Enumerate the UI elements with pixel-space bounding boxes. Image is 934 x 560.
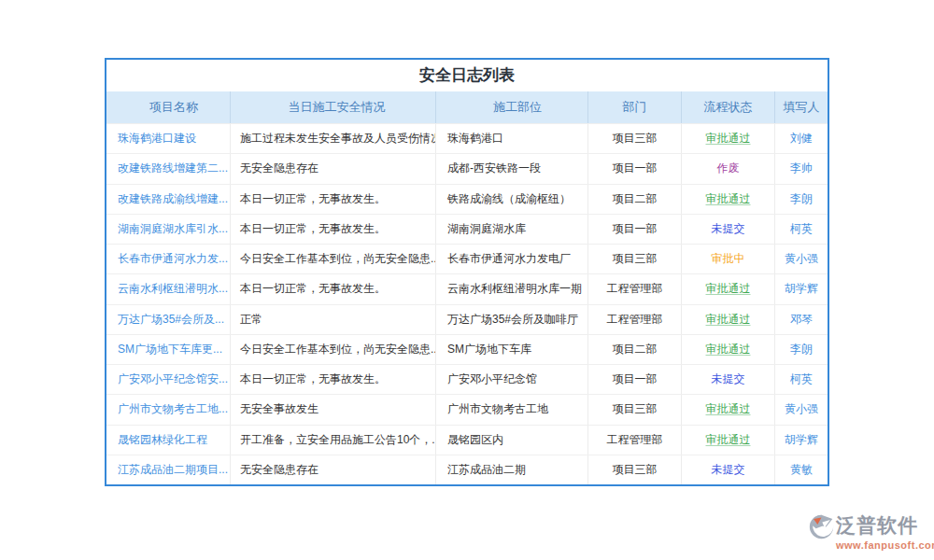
cell-writer[interactable]: 李朗 <box>775 185 828 214</box>
table-header-row: 项目名称当日施工安全情况施工部位部门流程状态填写人 <box>106 91 828 123</box>
cell-project[interactable]: 广州市文物考古工地... <box>106 395 231 424</box>
cell-writer[interactable]: 刘健 <box>775 124 828 153</box>
table-row: 晟铭园林绿化工程开工准备，立安全用品施工公告10个，...晟铭园区内工程管理部审… <box>106 425 828 455</box>
cell-writer[interactable]: 李朗 <box>775 335 828 364</box>
cell-project[interactable]: SM广场地下车库更... <box>106 335 231 364</box>
column-header-status: 流程状态 <box>682 91 775 123</box>
cell-location: 广州市文物考古工地 <box>436 395 588 424</box>
cell-writer[interactable]: 胡学辉 <box>775 274 828 303</box>
table-row: 长春市伊通河水力发...今日安全工作基本到位，尚无安全隐患...长春市伊通河水力… <box>106 244 828 273</box>
cell-safety: 本日一切正常，无事故发生。 <box>231 215 436 244</box>
brand-logo: 泛普软件 www.fanpusoft.com <box>809 512 934 551</box>
cell-project[interactable]: 万达广场35#会所及... <box>106 305 231 334</box>
cell-department: 项目一部 <box>588 365 682 394</box>
cell-project[interactable]: 云南水利枢纽潜明水... <box>106 274 231 303</box>
cell-status[interactable]: 审批通过 <box>682 274 775 303</box>
cell-project[interactable]: 广安邓小平纪念馆安... <box>106 365 231 394</box>
cell-project[interactable]: 湖南洞庭湖水库引水... <box>106 215 231 244</box>
table-body: 珠海鹤港口建设施工过程未发生安全事故及人员受伤情况珠海鹤港口项目三部审批通过刘健… <box>106 123 828 484</box>
cell-status[interactable]: 审批通过 <box>682 305 775 334</box>
cell-safety: 无安全隐患存在 <box>231 455 436 484</box>
table-row: 万达广场35#会所及...正常万达广场35#会所及咖啡厅工程管理部审批通过邓琴 <box>106 304 828 334</box>
cell-writer[interactable]: 黄小强 <box>775 395 828 424</box>
cell-status[interactable]: 未提交 <box>682 215 775 244</box>
page-title: 安全日志列表 <box>106 60 828 91</box>
table-row: 改建铁路成渝线增建...本日一切正常，无事故发生。铁路成渝线（成渝枢纽）项目二部… <box>106 184 828 214</box>
column-header-location: 施工部位 <box>436 91 588 123</box>
column-header-safety: 当日施工安全情况 <box>231 91 436 123</box>
cell-writer[interactable]: 柯英 <box>775 215 828 244</box>
cell-department: 项目二部 <box>588 335 682 364</box>
cell-department: 项目二部 <box>588 185 682 214</box>
cell-safety: 本日一切正常，无事故发生。 <box>231 274 436 303</box>
cell-department: 工程管理部 <box>588 305 682 334</box>
cell-location: 江苏成品油二期 <box>436 455 588 484</box>
cell-status[interactable]: 未提交 <box>682 455 775 484</box>
cell-location: 万达广场35#会所及咖啡厅 <box>436 305 588 334</box>
cell-status[interactable]: 审批通过 <box>682 426 775 455</box>
cell-project[interactable]: 改建铁路成渝线增建... <box>106 185 231 214</box>
cell-location: 湖南洞庭湖水库 <box>436 215 588 244</box>
brand-text-block: 泛普软件 www.fanpusoft.com <box>836 512 934 551</box>
cell-department: 工程管理部 <box>588 426 682 455</box>
table-row: 湖南洞庭湖水库引水...本日一切正常，无事故发生。湖南洞庭湖水库项目一部未提交柯… <box>106 214 828 244</box>
cell-location: 成都-西安铁路一段 <box>436 154 588 183</box>
table-row: 珠海鹤港口建设施工过程未发生安全事故及人员受伤情况珠海鹤港口项目三部审批通过刘健 <box>106 123 828 153</box>
cell-safety: 正常 <box>231 305 436 334</box>
cell-status[interactable]: 未提交 <box>682 365 775 394</box>
cell-status[interactable]: 审批通过 <box>682 124 775 153</box>
table-row: 广安邓小平纪念馆安...本日一切正常，无事故发生。广安邓小平纪念馆项目一部未提交… <box>106 364 828 394</box>
cell-department: 项目三部 <box>588 245 682 273</box>
cell-location: 云南水利枢纽潜明水库一期 <box>436 274 588 303</box>
fanpu-logo-icon <box>809 514 834 539</box>
cell-writer[interactable]: 李帅 <box>775 154 828 183</box>
cell-status[interactable]: 审批中 <box>682 245 775 273</box>
cell-department: 项目一部 <box>588 215 682 244</box>
cell-department: 工程管理部 <box>588 274 682 303</box>
cell-project[interactable]: 改建铁路线增建第二... <box>106 154 231 183</box>
table-row: 广州市文物考古工地...无安全事故发生广州市文物考古工地项目三部审批通过黄小强 <box>106 394 828 424</box>
cell-location: SM广场地下车库 <box>436 335 588 364</box>
column-header-department: 部门 <box>588 91 682 123</box>
cell-safety: 施工过程未发生安全事故及人员受伤情况 <box>231 124 436 153</box>
cell-safety: 无安全事故发生 <box>231 395 436 424</box>
cell-department: 项目三部 <box>588 455 682 484</box>
cell-location: 广安邓小平纪念馆 <box>436 365 588 394</box>
cell-project[interactable]: 晟铭园林绿化工程 <box>106 426 231 455</box>
cell-safety: 开工准备，立安全用品施工公告10个，... <box>231 426 436 455</box>
brand-url[interactable]: www.fanpusoft.com <box>836 539 934 551</box>
cell-project[interactable]: 长春市伊通河水力发... <box>106 245 231 273</box>
cell-location: 晟铭园区内 <box>436 426 588 455</box>
cell-department: 项目一部 <box>588 154 682 183</box>
cell-project[interactable]: 江苏成品油二期项目... <box>106 455 231 484</box>
cell-department: 项目三部 <box>588 124 682 153</box>
column-header-project: 项目名称 <box>106 91 231 123</box>
cell-status[interactable]: 审批通过 <box>682 395 775 424</box>
table-row: 江苏成品油二期项目...无安全隐患存在江苏成品油二期项目三部未提交黄敏 <box>106 455 828 484</box>
column-header-writer: 填写人 <box>775 91 828 123</box>
cell-writer[interactable]: 胡学辉 <box>775 426 828 455</box>
cell-status[interactable]: 审批通过 <box>682 335 775 364</box>
cell-writer[interactable]: 黄小强 <box>775 245 828 273</box>
cell-safety: 今日安全工作基本到位，尚无安全隐患... <box>231 245 436 273</box>
table-row: 改建铁路线增建第二...无安全隐患存在成都-西安铁路一段项目一部作废李帅 <box>106 153 828 183</box>
cell-safety: 本日一切正常，无事故发生。 <box>231 185 436 214</box>
safety-log-panel: 安全日志列表 项目名称当日施工安全情况施工部位部门流程状态填写人 珠海鹤港口建设… <box>105 58 829 486</box>
cell-location: 铁路成渝线（成渝枢纽） <box>436 185 588 214</box>
cell-status[interactable]: 审批通过 <box>682 185 775 214</box>
cell-location: 长春市伊通河水力发电厂 <box>436 245 588 273</box>
cell-location: 珠海鹤港口 <box>436 124 588 153</box>
cell-writer[interactable]: 邓琴 <box>775 305 828 334</box>
table-row: SM广场地下车库更...今日安全工作基本到位，尚无安全隐患...SM广场地下车库… <box>106 334 828 364</box>
cell-status[interactable]: 作废 <box>682 154 775 183</box>
cell-writer[interactable]: 柯英 <box>775 365 828 394</box>
table-row: 云南水利枢纽潜明水...本日一切正常，无事故发生。云南水利枢纽潜明水库一期工程管… <box>106 273 828 303</box>
cell-safety: 本日一切正常，无事故发生。 <box>231 365 436 394</box>
brand-name: 泛普软件 <box>836 512 934 539</box>
cell-writer[interactable]: 黄敏 <box>775 455 828 484</box>
cell-project[interactable]: 珠海鹤港口建设 <box>106 124 231 153</box>
cell-safety: 无安全隐患存在 <box>231 154 436 183</box>
cell-safety: 今日安全工作基本到位，尚无安全隐患... <box>231 335 436 364</box>
cell-department: 项目三部 <box>588 395 682 424</box>
